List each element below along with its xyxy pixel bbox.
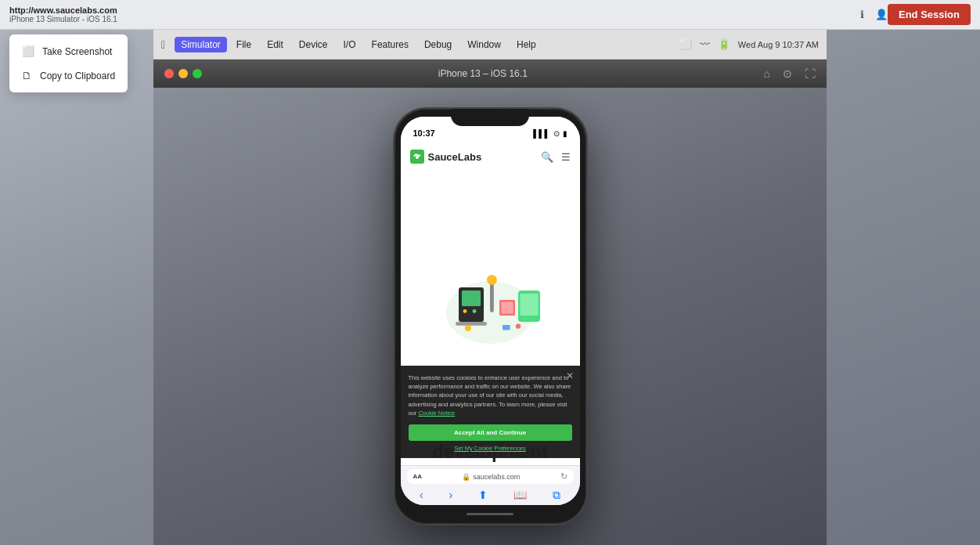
safari-font-size[interactable]: AA — [413, 473, 423, 480]
sauce-logo-icon — [410, 150, 424, 164]
svg-rect-7 — [490, 281, 494, 312]
svg-point-15 — [516, 323, 521, 328]
info-icon[interactable]: ℹ — [856, 9, 869, 21]
mac-menu-debug[interactable]: Debug — [418, 37, 458, 52]
cookie-banner: ✕ This website uses cookies to enhance u… — [401, 366, 580, 458]
battery-status-icon: ▮ — [563, 129, 567, 138]
mac-datetime: Wed Aug 9 10:37 AM — [738, 40, 819, 49]
mac-menu-items: Simulator File Edit Device I/O Features … — [175, 37, 679, 52]
minimize-button[interactable] — [178, 69, 188, 78]
maximize-button[interactable] — [193, 69, 202, 78]
cookie-text: This website uses cookies to enhance use… — [409, 374, 572, 417]
mac-menubar:  Simulator File Edit Device I/O Feature… — [153, 30, 827, 60]
svg-rect-3 — [462, 291, 481, 306]
mac-menu-right: ⬜ 〰 🔋 Wed Aug 9 10:37 AM — [679, 38, 819, 50]
copy-clipboard-item[interactable]: 🗋 Copy to Clipboard — [9, 63, 128, 88]
window-title: iPhone 13 – iOS 16.1 — [208, 68, 758, 79]
status-icons: ▌▌▌ ⊙ ▮ — [533, 129, 567, 138]
fullscreen-icon[interactable]: ⛶ — [805, 67, 816, 80]
battery-icon: 🔋 — [718, 38, 730, 50]
home-bar — [467, 513, 513, 515]
lock-icon: 🔒 — [462, 473, 470, 481]
saucelabs-name: SauceLabs — [428, 151, 482, 163]
mac-menu-help[interactable]: Help — [510, 37, 542, 52]
saucelabs-logo: SauceLabs — [410, 150, 482, 164]
svg-rect-12 — [520, 294, 538, 316]
safari-url-display[interactable]: 🔒 saucelabs.com — [462, 473, 520, 481]
simulator-content: 10:37 ▌▌▌ ⊙ ▮ — [153, 88, 827, 545]
iphone-notch — [451, 109, 529, 126]
traffic-lights — [164, 69, 202, 78]
hero-illustration — [427, 256, 553, 350]
signal-icon: ▌▌▌ — [533, 129, 549, 138]
svg-rect-14 — [503, 325, 510, 330]
svg-point-5 — [473, 309, 477, 313]
iphone-screen[interactable]: 10:37 ▌▌▌ ⊙ ▮ — [401, 117, 580, 505]
safari-tabs-button[interactable]: ⧉ — [553, 489, 560, 502]
user-icon[interactable]: 👤 — [875, 9, 888, 21]
safari-share-button[interactable]: ⬆ — [478, 489, 488, 502]
mac-menu-features[interactable]: Features — [366, 37, 415, 52]
context-menu: ⬜ Take Screenshot 🗋 Copy to Clipboard — [9, 34, 128, 92]
menu-icon[interactable]: ☰ — [561, 151, 571, 163]
saucelabs-header: SauceLabs 🔍 ☰ — [401, 145, 580, 168]
saucelabs-nav-icons: 🔍 ☰ — [541, 151, 571, 163]
session-subtitle: iPhone 13 Simulator - iOS 16.1 — [9, 15, 850, 23]
svg-point-13 — [465, 325, 471, 331]
top-bar: http://www.saucelabs.com iPhone 13 Simul… — [0, 0, 980, 30]
window-toolbar-icons: ⌂ ⊙ ⛶ — [764, 67, 816, 80]
safari-bottom-bar: AA 🔒 saucelabs.com ↻ ‹ › ⬆ 📖 ⧉ — [401, 465, 580, 505]
svg-point-0 — [416, 156, 419, 159]
svg-rect-10 — [501, 301, 513, 313]
safari-bookmarks-button[interactable]: 📖 — [513, 489, 527, 502]
session-url: http://www.saucelabs.com — [9, 5, 850, 15]
screen-icon: ⬜ — [679, 38, 692, 50]
mac-menu-simulator[interactable]: Simulator — [175, 37, 227, 52]
take-screenshot-item[interactable]: ⬜ Take Screenshot — [9, 39, 128, 63]
top-bar-info: http://www.saucelabs.com iPhone 13 Simul… — [9, 5, 850, 23]
wifi-status-icon: ⊙ — [553, 129, 560, 138]
apple-icon:  — [161, 38, 165, 51]
end-session-button[interactable]: End Session — [888, 4, 971, 25]
cookie-notice-link[interactable]: Cookie Notice — [418, 410, 455, 417]
home-icon[interactable]: ⌂ — [764, 67, 770, 80]
copy-clipboard-label: Copy to Clipboard — [40, 70, 115, 81]
svg-point-8 — [487, 275, 497, 285]
mac-menu-edit[interactable]: Edit — [261, 37, 290, 52]
mac-menu-device[interactable]: Device — [293, 37, 334, 52]
search-icon[interactable]: 🔍 — [541, 151, 553, 163]
safari-reload-button[interactable]: ↻ — [560, 471, 567, 482]
home-indicator — [467, 511, 513, 516]
svg-rect-6 — [456, 322, 487, 326]
cookie-preferences-link[interactable]: Set My Cookie Preferences — [409, 445, 572, 452]
take-screenshot-label: Take Screenshot — [42, 46, 112, 57]
top-bar-icons: ℹ 👤 — [856, 9, 888, 21]
close-button[interactable] — [164, 69, 174, 78]
safari-back-button[interactable]: ‹ — [420, 489, 423, 502]
cookie-close-button[interactable]: ✕ — [566, 370, 574, 381]
cookie-accept-button[interactable]: Accept All and Continue — [409, 424, 572, 441]
mac-menu-file[interactable]: File — [230, 37, 258, 52]
sauce-logo-svg — [413, 152, 422, 161]
window-titlebar: iPhone 13 – iOS 16.1 ⌂ ⊙ ⛶ — [153, 60, 827, 88]
mac-menu-io[interactable]: I/O — [337, 37, 362, 52]
iphone-device[interactable]: 10:37 ▌▌▌ ⊙ ▮ — [395, 109, 586, 524]
mac-menu-window[interactable]: Window — [461, 37, 507, 52]
safari-domain: saucelabs.com — [473, 473, 520, 481]
status-time: 10:37 — [413, 128, 435, 138]
svg-point-4 — [463, 309, 467, 313]
rotate-icon[interactable]: ⊙ — [783, 67, 792, 80]
wifi-icon: 〰 — [700, 38, 710, 50]
safari-toolbar: ‹ › ⬆ 📖 ⧉ — [407, 487, 574, 503]
clipboard-icon: 🗋 — [22, 70, 32, 81]
screenshot-icon: ⬜ — [22, 45, 34, 57]
safari-forward-button[interactable]: › — [449, 489, 453, 502]
simulator-area:  Simulator File Edit Device I/O Feature… — [0, 30, 980, 545]
safari-url-bar[interactable]: AA 🔒 saucelabs.com ↻ — [407, 469, 574, 484]
